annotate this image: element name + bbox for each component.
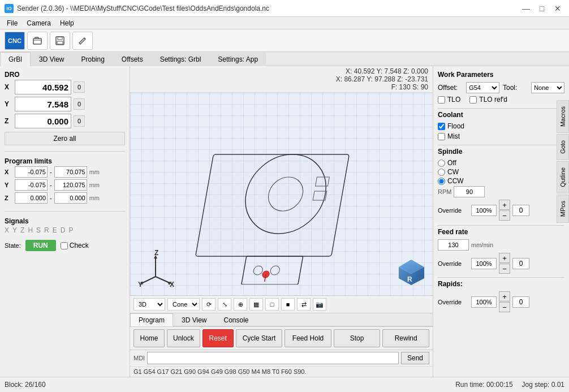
signal-s: S [36, 226, 41, 234]
fit-view-button[interactable]: ⤡ [218, 298, 231, 311]
close-button[interactable]: ✕ [551, 3, 564, 14]
feed-override-minus[interactable]: − [499, 264, 510, 274]
dro-z-value: 0.000 [15, 114, 71, 128]
limits-y-max[interactable] [54, 179, 87, 191]
rewind-button[interactable]: Rewind [382, 329, 429, 347]
display-mode-select[interactable]: Cone Flat [167, 298, 200, 311]
stop-button[interactable]: Stop [334, 329, 381, 347]
check-checkbox[interactable] [61, 242, 68, 249]
spindle-ccw-radio[interactable] [438, 178, 445, 185]
spindle-cw-radio[interactable] [438, 169, 445, 176]
dro-x-axis-label: X [5, 83, 12, 91]
maximize-button[interactable]: □ [535, 3, 549, 14]
minimize-button[interactable]: — [519, 3, 533, 14]
zero-all-button[interactable]: Zero all [5, 132, 125, 145]
spindle-override-zero[interactable] [512, 205, 529, 216]
top-view-button[interactable]: ⊕ [234, 298, 247, 311]
tab-settings-grbl[interactable]: Settings: Grbl [152, 52, 210, 66]
limits-z-max[interactable] [54, 192, 87, 204]
spindle-override-minus[interactable]: − [499, 210, 510, 221]
svg-rect-10 [241, 256, 303, 285]
menu-camera[interactable]: Camera [22, 18, 55, 28]
limits-y-label: Y [5, 182, 12, 188]
limits-x-max[interactable] [54, 166, 87, 178]
rapids-override-minus[interactable]: − [499, 302, 510, 312]
toolbar-edit-button[interactable] [72, 32, 93, 50]
feed-override-pct[interactable] [471, 258, 497, 269]
solid-button[interactable]: ■ [281, 298, 295, 311]
feed-hold-button[interactable]: Feed Hold [284, 329, 331, 347]
limits-z-min[interactable] [15, 192, 48, 204]
tab-grbl[interactable]: GrBl [0, 52, 31, 66]
tlo-label: TLO [447, 96, 460, 104]
axis-indicator: Z Y X [136, 248, 175, 290]
mdi-input[interactable] [147, 352, 399, 364]
dro-z-zero-btn[interactable]: 0 [74, 115, 85, 127]
limits-x-sep: - [50, 169, 52, 175]
tab-3dview[interactable]: 3D View [31, 52, 72, 66]
toolbar-open-button[interactable] [27, 32, 48, 50]
home-button[interactable]: Home [133, 329, 165, 347]
menu-file[interactable]: File [2, 18, 22, 28]
flood-checkbox[interactable] [438, 123, 445, 130]
wireframe-button[interactable]: □ [265, 298, 279, 311]
tab-offsets[interactable]: Offsets [113, 52, 152, 66]
rapids-override-plus[interactable]: + [499, 291, 510, 301]
tab-settings-app[interactable]: Settings: App [209, 52, 266, 66]
cnc-button[interactable]: CNC [5, 32, 25, 50]
spindle-override-pct[interactable] [471, 205, 497, 216]
toolbar-save-button[interactable] [50, 32, 70, 50]
viewport-canvas [130, 93, 433, 295]
tab-probing[interactable]: Probing [72, 52, 113, 66]
inner-tab-console[interactable]: Console [215, 313, 257, 326]
rapids-override-pct[interactable] [471, 296, 497, 308]
spindle-override-label: Override [438, 207, 469, 214]
signals-section: Signals X Y Z H S R E D P [5, 217, 125, 234]
unlock-button[interactable]: Unlock [167, 329, 200, 347]
inner-tab-program[interactable]: Program [130, 313, 173, 326]
feed-rate-input[interactable] [438, 239, 469, 251]
work-parameters-title: Work Parameters [438, 71, 564, 79]
limits-y-sep: - [50, 182, 52, 188]
limits-x-min[interactable] [15, 166, 48, 178]
limits-y-min[interactable] [15, 179, 48, 191]
feed-override-label: Override [438, 260, 469, 267]
flood-text: Flood [447, 122, 464, 130]
window-title: Sender (2.0.36) - \\MEDIA\MyStuff\CNC\GC… [17, 5, 269, 12]
tlo-refd-checkbox[interactable] [469, 96, 477, 104]
rapids-override-zero[interactable] [512, 296, 529, 308]
inner-tab-3dview[interactable]: 3D View [173, 313, 215, 326]
flip-button[interactable]: ⇄ [297, 298, 311, 311]
menu-help[interactable]: Help [55, 18, 79, 28]
rpm-input[interactable] [454, 186, 485, 197]
dro-section: DRO X 40.592 0 Y 7.548 0 Z 0.000 0 Zero … [5, 71, 125, 145]
spindle-ccw-label: CCW [447, 177, 464, 185]
mdi-send-button[interactable]: Send [401, 352, 429, 364]
macros-tab[interactable]: Macros [557, 100, 569, 133]
reset-button[interactable]: Reset [202, 329, 234, 347]
spindle-off-radio[interactable] [438, 160, 445, 167]
state-run-button[interactable]: RUN [25, 240, 56, 251]
tlo-checkbox[interactable] [438, 96, 445, 104]
screenshot-button[interactable]: 📷 [313, 298, 326, 311]
reset-view-button[interactable]: ⟳ [202, 298, 215, 311]
grid-button[interactable]: ▦ [249, 298, 263, 311]
feed-override-zero[interactable] [512, 258, 529, 269]
offset-select[interactable]: G54G55G56 [466, 82, 499, 93]
mpos-tab[interactable]: MPos [557, 195, 569, 223]
cycle-start-button[interactable]: Cycle Start [236, 329, 283, 347]
dro-y-zero-btn[interactable]: 0 [74, 98, 85, 110]
svg-line-16 [141, 277, 156, 283]
gcode-text: G1 G54 G17 G21 G90 G94 G49 G98 G50 M4 M8… [133, 367, 307, 376]
dro-x-zero-btn[interactable]: 0 [74, 81, 85, 93]
spindle-override-row: Override + − [438, 200, 564, 221]
mist-checkbox[interactable] [438, 133, 445, 140]
outline-tab[interactable]: Qutline [557, 161, 569, 193]
tool-select[interactable]: None [531, 82, 564, 93]
mist-label: Mist [438, 132, 460, 140]
center-panel: X: 40.592 Y: 7.548 Z: 0.000 X: 86.287 Y:… [130, 66, 433, 377]
goto-tab[interactable]: Goto [557, 134, 569, 160]
spindle-override-plus[interactable]: + [499, 200, 510, 210]
feed-override-plus[interactable]: + [499, 253, 510, 263]
view-mode-select[interactable]: 3D Top Front Side [133, 298, 165, 311]
